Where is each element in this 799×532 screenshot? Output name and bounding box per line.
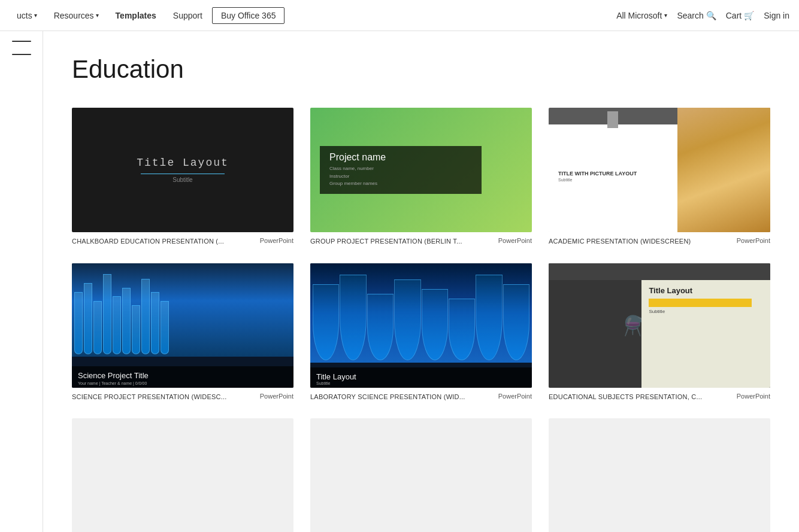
- lab-tube-7: [476, 275, 502, 360]
- page-title: Education: [72, 55, 770, 84]
- lab-tube-4: [394, 279, 420, 360]
- nav-item-templates[interactable]: Templates: [108, 8, 164, 23]
- template-card-edu-subjects[interactable]: ⚗️🔬📐 Title Layout Subtitle EDUCATIONAL S…: [549, 263, 770, 402]
- card-title-academic: ACADEMIC PRESENTATION (WIDESCREEN): [549, 237, 732, 246]
- card-title-edu-subjects: EDUCATIONAL SUBJECTS PRESENTATION, C...: [549, 393, 732, 402]
- chalk-subtitle: Subtitle: [172, 177, 192, 183]
- lab-tube-8: [503, 284, 529, 360]
- template-card-chalkboard[interactable]: Title Layout Subtitle CHALKBOARD EDUCATI…: [72, 108, 293, 247]
- template-card-placeholder-1[interactable]: [72, 418, 293, 532]
- lab-subtitle: Subtitle: [316, 381, 526, 385]
- nav-templates-label: Templates: [116, 11, 156, 20]
- template-card-lab[interactable]: Title Layout Subtitle LABORATORY SCIENCE…: [310, 263, 532, 402]
- card-type-academic: PowerPoint: [737, 237, 770, 244]
- card-meta-group: GROUP PROJECT PRESENTATION (BERLIN T... …: [310, 237, 532, 246]
- template-card-academic[interactable]: TITLE WITH PICTURE LAYOUT Subtitle ACADE…: [549, 108, 770, 247]
- science-bar: Science Project Title Your name | Teache…: [72, 366, 293, 388]
- nav-signin[interactable]: Sign in: [764, 11, 789, 20]
- chalk-title: Title Layout: [137, 157, 229, 169]
- group-preview: Project name Class name, numberInstructo…: [310, 108, 532, 232]
- template-card-placeholder-3[interactable]: [549, 418, 770, 532]
- navigation: ucts ▾ Resources ▾ Templates Support Buy…: [0, 0, 799, 31]
- card-title-lab: LABORATORY SCIENCE PRESENTATION (WID...: [310, 393, 494, 402]
- cart-label: Cart: [726, 11, 742, 20]
- edu-subtitle-text: Subtitle: [649, 309, 763, 314]
- tube-5: [113, 296, 121, 354]
- placeholder-2: [310, 418, 532, 532]
- cart-icon: 🛒: [744, 11, 754, 20]
- edu-preview: ⚗️🔬📐 Title Layout Subtitle: [549, 263, 770, 388]
- placeholder-1: [72, 418, 293, 532]
- science-preview: Science Project Title Your name | Teache…: [72, 263, 293, 388]
- card-type-science: PowerPoint: [260, 393, 293, 400]
- nav-products-label: ucts: [17, 11, 32, 20]
- search-label: Search: [677, 11, 703, 20]
- buy-office-button[interactable]: Buy Office 365: [212, 7, 285, 24]
- group-box: Project name Class name, numberInstructo…: [320, 146, 482, 194]
- card-thumbnail-placeholder-3: [549, 418, 770, 532]
- lab-tubes: [310, 263, 532, 363]
- lab-preview: Title Layout Subtitle: [310, 263, 532, 388]
- card-meta-chalkboard: CHALKBOARD EDUCATION PRESENTATION (... P…: [72, 237, 293, 246]
- tube-6: [122, 288, 131, 354]
- book-visual: [677, 108, 770, 232]
- chevron-down-icon: ▾: [664, 12, 667, 19]
- tube-4: [103, 274, 111, 354]
- all-microsoft-label: All Microsoft: [616, 11, 662, 20]
- tube-3: [93, 301, 102, 354]
- card-thumbnail-lab: Title Layout Subtitle: [310, 263, 532, 388]
- card-meta-edu-subjects: EDUCATIONAL SUBJECTS PRESENTATION, C... …: [549, 393, 770, 402]
- lab-tube-5: [422, 289, 448, 360]
- nav-right: All Microsoft ▾ Search 🔍 Cart 🛒 Sign in: [616, 11, 789, 20]
- science-project-title: Science Project Title: [78, 371, 287, 380]
- academic-left: TITLE WITH PICTURE LAYOUT Subtitle: [549, 108, 677, 232]
- card-type-edu-subjects: PowerPoint: [737, 393, 770, 400]
- template-grid: Title Layout Subtitle CHALKBOARD EDUCATI…: [72, 108, 770, 532]
- card-thumbnail-science: Science Project Title Your name | Teache…: [72, 263, 293, 388]
- lab-title: Title Layout: [316, 372, 526, 381]
- sidebar: [0, 31, 43, 532]
- academic-content-title: TITLE WITH PICTURE LAYOUT: [558, 171, 668, 177]
- card-type-group: PowerPoint: [498, 237, 532, 244]
- template-card-group[interactable]: Project name Class name, numberInstructo…: [310, 108, 532, 247]
- card-type-lab: PowerPoint: [498, 393, 532, 400]
- nav-item-support[interactable]: Support: [166, 8, 210, 23]
- academic-ribbon: [607, 111, 618, 128]
- card-thumbnail-chalkboard: Title Layout Subtitle: [72, 108, 293, 232]
- nav-item-resources[interactable]: Resources ▾: [47, 8, 106, 23]
- academic-preview: TITLE WITH PICTURE LAYOUT Subtitle: [549, 108, 770, 232]
- template-card-placeholder-2[interactable]: [310, 418, 532, 532]
- card-thumbnail-edu-subjects: ⚗️🔬📐 Title Layout Subtitle: [549, 263, 770, 388]
- group-project-name: Project name: [329, 152, 472, 163]
- sidebar-line-2: [12, 54, 31, 55]
- tube-10: [161, 301, 169, 354]
- card-meta-lab: LABORATORY SCIENCE PRESENTATION (WID... …: [310, 393, 532, 402]
- lab-tube-3: [367, 294, 394, 360]
- nav-all-microsoft[interactable]: All Microsoft ▾: [616, 11, 667, 20]
- book-pages: [677, 133, 770, 233]
- card-title-group: GROUP PROJECT PRESENTATION (BERLIN T...: [310, 237, 494, 246]
- card-thumbnail-placeholder-2: [310, 418, 532, 532]
- page-layout: Education Title Layout Subtitle CHALKBOA…: [0, 31, 799, 532]
- chevron-down-icon: ▾: [96, 12, 99, 19]
- chevron-down-icon: ▾: [34, 12, 37, 19]
- card-type-chalkboard: PowerPoint: [260, 237, 293, 244]
- nav-cart[interactable]: Cart 🛒: [726, 11, 754, 20]
- tube-7: [132, 305, 140, 354]
- edu-content: Title Layout Subtitle: [641, 280, 770, 388]
- card-thumbnail-academic: TITLE WITH PICTURE LAYOUT Subtitle: [549, 108, 770, 232]
- test-tubes: [72, 263, 293, 357]
- placeholder-3: [549, 418, 770, 532]
- nav-item-products[interactable]: ucts ▾: [10, 8, 44, 23]
- template-card-science[interactable]: Science Project Title Your name | Teache…: [72, 263, 293, 402]
- science-author-name: Your name | Teacher & name | 0/0/00: [78, 381, 287, 385]
- card-title-science: SCIENCE PROJECT PRESENTATION (WIDESC...: [72, 393, 255, 402]
- chalk-underline: [141, 174, 225, 174]
- chalkboard-preview: Title Layout Subtitle: [72, 108, 293, 232]
- tube-1: [74, 292, 83, 354]
- card-meta-science: SCIENCE PROJECT PRESENTATION (WIDESC... …: [72, 393, 293, 402]
- nav-search[interactable]: Search 🔍: [677, 11, 716, 20]
- lab-tube-1: [313, 284, 339, 360]
- lab-bg: [310, 263, 532, 363]
- card-thumbnail-placeholder-1: [72, 418, 293, 532]
